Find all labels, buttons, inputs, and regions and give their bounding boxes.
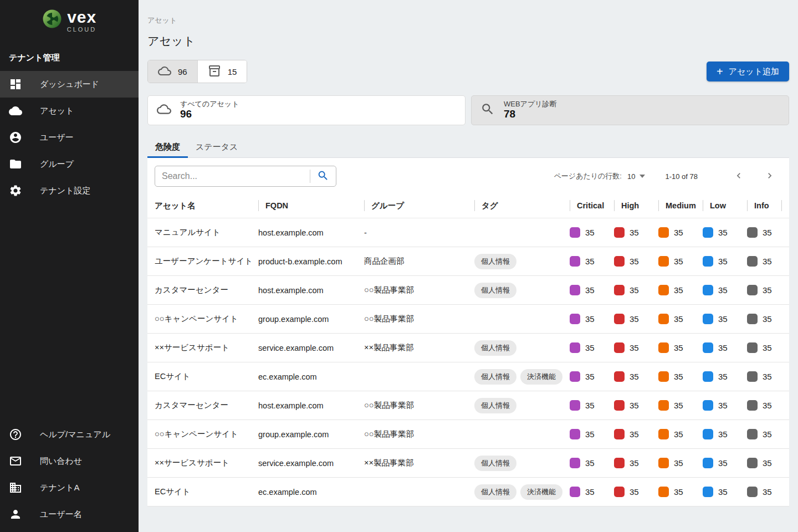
stat-value: 78: [504, 108, 557, 121]
table-row[interactable]: ○○キャンペーンサイトgroup.example.com○○製品事業部35353…: [147, 420, 789, 449]
sidebar-item-a[interactable]: テナントA: [0, 474, 139, 501]
table-row[interactable]: マニュアルサイトhost.example.com-3535353535: [147, 218, 789, 247]
info-severity-chip: [747, 227, 758, 238]
medium-count: 35: [674, 372, 683, 381]
medium-cell: 35: [658, 371, 703, 382]
info-cell: 35: [747, 227, 782, 238]
high-severity-chip: [614, 487, 625, 497]
stat-label: すべてのアセット: [180, 100, 239, 109]
sidebar-item-1[interactable]: 問い合わせ: [0, 448, 139, 474]
table-row[interactable]: ECサイトec.example.com個人情報決済機能3535353535: [147, 478, 789, 507]
view-toggle-inventory[interactable]: 15: [197, 60, 247, 83]
table-row[interactable]: ××サービスサポートservice.example.com××製品事業部個人情報…: [147, 334, 789, 362]
sidebar-item-3[interactable]: グループ: [0, 151, 139, 177]
medium-severity-chip: [658, 487, 669, 497]
fqdn-cell: host.example.com: [258, 401, 364, 410]
info-count: 35: [763, 429, 772, 439]
column-header-0[interactable]: アセット名: [155, 200, 258, 212]
sidebar-item-1[interactable]: アセット: [0, 98, 139, 124]
high-severity-chip: [614, 285, 625, 295]
main-content: アセット アセット 9615 + アセット追加 すべてのアセット 96 WEBア…: [139, 0, 798, 532]
prev-page-button[interactable]: [727, 167, 751, 186]
table-row[interactable]: ECサイトec.example.com個人情報決済機能3535353535: [147, 362, 789, 391]
info-count: 35: [763, 372, 772, 381]
column-header-info[interactable]: Info: [747, 200, 782, 212]
sidebar-item-3[interactable]: ユーザー名: [0, 501, 139, 528]
fqdn-cell: service.example.com: [258, 344, 364, 352]
critical-count: 35: [585, 372, 595, 381]
stat-card-all-assets[interactable]: すべてのアセット 96: [147, 95, 466, 125]
table-row[interactable]: カスタマーセンターhost.example.com○○製品事業部個人情報3535…: [147, 391, 789, 420]
table-row[interactable]: ××サービスサポートservice.example.com××製品事業部個人情報…: [147, 449, 789, 478]
high-count: 35: [630, 401, 639, 410]
tags-cell: 個人情報: [474, 456, 570, 471]
sidebar-item-4[interactable]: テナント設定: [0, 177, 139, 204]
mail-icon: [9, 454, 22, 468]
add-asset-button[interactable]: + アセット追加: [707, 62, 789, 81]
tag-pill: 個人情報: [474, 369, 516, 385]
low-severity-chip: [703, 429, 713, 439]
view-toggle-cloud[interactable]: 96: [148, 60, 197, 83]
fqdn-cell: host.example.com: [258, 286, 364, 295]
tab-risk[interactable]: 危険度: [147, 137, 188, 157]
tag-pill: 決済機能: [520, 369, 562, 385]
low-count: 35: [718, 458, 728, 468]
sidebar-item-0[interactable]: ダッシュボード: [0, 71, 139, 98]
next-page-button[interactable]: [758, 167, 782, 186]
tag-pill: 個人情報: [474, 283, 516, 298]
critical-count: 35: [585, 314, 595, 324]
brand-sub: CLOUD: [67, 27, 97, 33]
search-icon: [480, 102, 495, 119]
search-button[interactable]: [310, 166, 336, 186]
group-cell: ○○製品事業部: [364, 429, 474, 439]
search-input[interactable]: [155, 171, 310, 181]
column-header-critical[interactable]: Critical: [570, 200, 614, 212]
column-header-fqdn[interactable]: FQDN: [258, 200, 364, 212]
plus-icon: +: [717, 66, 723, 77]
low-severity-chip: [703, 342, 713, 353]
info-cell: 35: [747, 487, 782, 497]
column-header-low[interactable]: Low: [703, 200, 747, 212]
column-header-2[interactable]: グループ: [364, 200, 474, 212]
high-cell: 35: [614, 285, 658, 295]
critical-cell: 35: [570, 487, 614, 497]
critical-severity-chip: [570, 429, 580, 439]
sidebar-item-0[interactable]: ヘルプ/マニュアル: [0, 421, 139, 448]
sidebar-item-label: テナントA: [40, 483, 79, 493]
sidebar-item-2[interactable]: ユーザー: [0, 124, 139, 151]
info-severity-chip: [747, 342, 758, 353]
low-count: 35: [718, 285, 728, 295]
info-severity-chip: [747, 458, 758, 468]
info-cell: 35: [747, 371, 782, 382]
low-count: 35: [718, 314, 728, 324]
info-cell: 35: [747, 458, 782, 468]
medium-count: 35: [674, 429, 683, 439]
help-icon: [9, 428, 22, 441]
sidebar-item-label: ユーザー名: [40, 509, 82, 520]
fqdn-cell: service.example.com: [258, 459, 364, 468]
high-count: 35: [630, 285, 639, 295]
tab-status[interactable]: ステータス: [188, 137, 245, 157]
rows-per-page-select[interactable]: 10: [627, 172, 645, 181]
info-count: 35: [763, 314, 772, 324]
stat-card-webapp-scan[interactable]: WEBアプリ診断 78: [471, 95, 789, 125]
critical-severity-chip: [570, 371, 580, 382]
tag-pill: 決済機能: [520, 484, 562, 500]
low-severity-chip: [703, 458, 713, 468]
column-header-high[interactable]: High: [614, 200, 658, 212]
table-row[interactable]: ユーザーアンケートサイトproduct-b.example.com商品企画部個人…: [147, 247, 789, 276]
rows-per-page-label: ページあたりの行数:: [554, 171, 622, 181]
sidebar-section-label: テナント管理: [0, 40, 139, 71]
fqdn-cell: host.example.com: [258, 228, 364, 237]
medium-count: 35: [674, 257, 683, 266]
critical-cell: 35: [570, 227, 614, 238]
fqdn-cell: group.example.com: [258, 430, 364, 439]
table-row[interactable]: ○○キャンペーンサイトgroup.example.com○○製品事業部35353…: [147, 305, 789, 334]
medium-count: 35: [674, 343, 683, 352]
table-row[interactable]: カスタマーセンターhost.example.com○○製品事業部個人情報3535…: [147, 276, 789, 305]
table-body: マニュアルサイトhost.example.com-3535353535ユーザーア…: [147, 218, 789, 507]
column-header-medium[interactable]: Medium: [658, 200, 703, 212]
high-count: 35: [630, 429, 639, 439]
column-header-3[interactable]: タグ: [474, 200, 570, 212]
cloud-icon: [158, 64, 171, 79]
